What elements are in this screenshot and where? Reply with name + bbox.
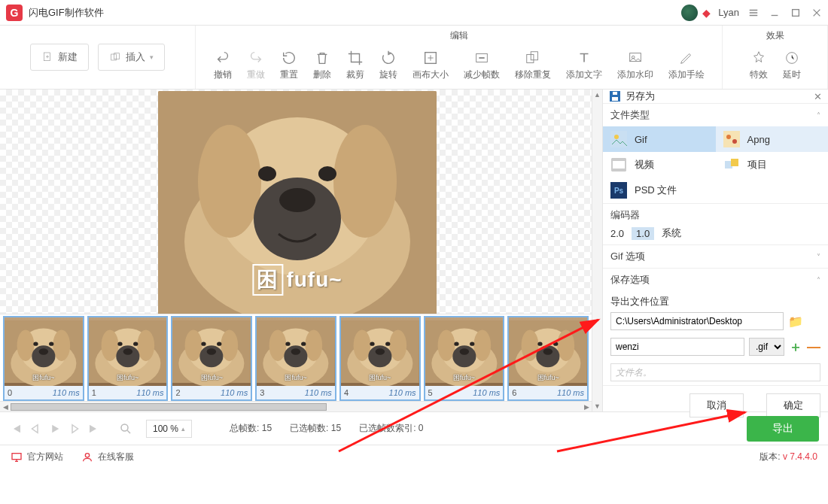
canvas-area[interactable]: 困fufu~ ▲ ▼ 困fufu~0110 ms困fufu~1110 ms困fu… [0, 90, 602, 411]
group-edit-label: 编辑 [450, 29, 468, 42]
reduce-frames-tool[interactable]: 减少帧数 [456, 47, 507, 84]
remove-dup-tool[interactable]: 移除重复 [507, 47, 559, 84]
undo-tool[interactable]: 撤销 [206, 47, 239, 84]
user-avatar[interactable] [681, 5, 698, 21]
folder-icon[interactable]: 📁 [788, 314, 803, 329]
version-value: v 7.4.4.0 [783, 451, 817, 462]
horizontal-scrollbar[interactable]: ◀ ▶ [0, 401, 592, 411]
filetype-section-label: 文件类型 [610, 108, 650, 122]
ok-button[interactable]: 确定 [766, 393, 820, 417]
filename-input[interactable] [610, 338, 744, 356]
clock-icon [784, 50, 800, 66]
extension-select[interactable]: .gif [749, 338, 784, 356]
image-caption: 困fufu~ [252, 264, 342, 296]
rotate-tool[interactable]: 旋转 [372, 47, 405, 84]
official-site-link[interactable]: 官方网站 [11, 451, 63, 463]
encoder-system[interactable]: 系统 [662, 226, 681, 240]
svg-point-78 [558, 329, 575, 360]
vertical-scrollbar[interactable]: ▲ ▼ [592, 90, 602, 411]
frame-2[interactable]: 困fufu~2110 ms [171, 316, 252, 401]
save-icon [609, 90, 621, 102]
scroll-down-icon[interactable]: ▼ [592, 401, 602, 411]
headset-icon [81, 451, 93, 463]
panel-title: 另存为 [626, 90, 655, 103]
filetype-psd[interactable]: Ps PSD 文件 [603, 178, 716, 203]
delay-tool[interactable]: 延时 [775, 47, 808, 84]
scroll-left-icon[interactable]: ◀ [0, 403, 11, 411]
crop-tool[interactable]: 裁剪 [339, 47, 372, 84]
play-icon[interactable] [48, 422, 62, 436]
hand-draw-tool[interactable]: 添加手绘 [661, 47, 712, 84]
add-icon[interactable]: ＋ [789, 338, 802, 356]
watermark-icon [627, 50, 644, 66]
export-button[interactable]: 导出 [747, 416, 819, 442]
search-icon[interactable] [119, 422, 132, 436]
prev-frame-icon[interactable] [29, 422, 42, 436]
scroll-right-icon[interactable]: ▶ [581, 403, 592, 411]
svg-point-50 [269, 329, 287, 360]
zoom-input[interactable]: 100 %▴ [146, 420, 192, 438]
svg-point-32 [101, 329, 118, 360]
ribbon: 新建 插入 ▾ 编辑 撤销 重做 重置 删除 裁剪 旋转 画布大小 减少帧数 移… [0, 26, 828, 90]
scroll-up-icon[interactable]: ▲ [592, 90, 602, 100]
next-frame-icon[interactable] [68, 422, 81, 436]
cancel-button[interactable]: 取消 [689, 393, 744, 417]
svg-point-60 [389, 329, 406, 360]
reset-tool[interactable]: 重置 [272, 47, 306, 84]
close-icon[interactable] [811, 8, 822, 18]
insert-button[interactable]: 插入 ▾ [98, 44, 165, 71]
scroll-thumb[interactable] [11, 403, 327, 411]
save-options-label[interactable]: 保存选项 [610, 273, 650, 287]
svg-point-90 [732, 139, 737, 144]
filetype-project[interactable]: 项目 [716, 152, 829, 178]
filetype-gif[interactable]: Gif [603, 126, 716, 152]
insert-icon [109, 51, 121, 63]
encoder-10[interactable]: 1.0 [632, 227, 654, 240]
watermark-tool[interactable]: 添加水印 [610, 47, 661, 84]
export-path-input[interactable] [610, 312, 784, 330]
fx-tool[interactable]: 特效 [742, 47, 775, 84]
text-icon [576, 50, 592, 66]
frame-0[interactable]: 困fufu~0110 ms [3, 316, 84, 401]
frame-3[interactable]: 困fufu~3110 ms [255, 316, 336, 401]
new-button[interactable]: 新建 [30, 44, 89, 71]
goto-start-icon[interactable] [9, 422, 23, 436]
frame-4[interactable]: 困fufu~4110 ms [339, 316, 421, 401]
psd-icon: Ps [610, 182, 627, 199]
svg-point-62 [376, 348, 385, 354]
filetype-apng[interactable]: Apng [716, 126, 829, 152]
title-bar: G 闪电GIF制作软件 ◆ Lyan [0, 0, 828, 26]
maximize-icon[interactable] [790, 8, 801, 18]
encoder-20[interactable]: 2.0 [610, 228, 624, 239]
menu-icon[interactable] [748, 8, 759, 18]
add-text-tool[interactable]: 添加文字 [559, 47, 610, 84]
online-service-link[interactable]: 在线客服 [81, 451, 134, 463]
svg-point-51 [305, 329, 322, 360]
canvas-size-tool[interactable]: 画布大小 [405, 47, 456, 84]
svg-point-42 [221, 329, 239, 360]
filetype-video[interactable]: 视频 [603, 152, 716, 178]
frames-strip[interactable]: 困fufu~0110 ms困fufu~1110 ms困fufu~2110 ms困… [0, 314, 592, 401]
minimize-icon[interactable] [769, 8, 780, 18]
encoder-section-label: 编码器 [610, 208, 640, 222]
chevron-up-icon[interactable]: ˄ [817, 276, 820, 284]
frame-6[interactable]: 困fufu~6110 ms [507, 316, 589, 401]
delete-tool[interactable]: 删除 [306, 47, 339, 84]
fx-icon [750, 50, 767, 66]
preview-image: 困fufu~ [158, 91, 437, 317]
svg-point-89 [726, 135, 731, 139]
chevron-up-icon[interactable]: ▴ [181, 425, 185, 433]
svg-point-68 [437, 329, 455, 360]
gif-options-label[interactable]: Gif 选项 [610, 250, 645, 263]
frame-1[interactable]: 困fufu~1110 ms [87, 316, 169, 401]
svg-point-14 [198, 125, 261, 238]
chevron-down-icon[interactable]: ˅ [817, 253, 820, 261]
remove-icon[interactable]: — [807, 339, 820, 355]
goto-end-icon[interactable] [87, 422, 101, 436]
svg-point-46 [218, 342, 222, 346]
chevron-up-icon[interactable]: ˄ [817, 111, 820, 120]
panel-close-icon[interactable]: ✕ [814, 91, 822, 102]
redo-tool[interactable]: 重做 [239, 47, 272, 84]
frame-5[interactable]: 困fufu~5110 ms [424, 316, 505, 401]
svg-point-28 [49, 342, 53, 346]
